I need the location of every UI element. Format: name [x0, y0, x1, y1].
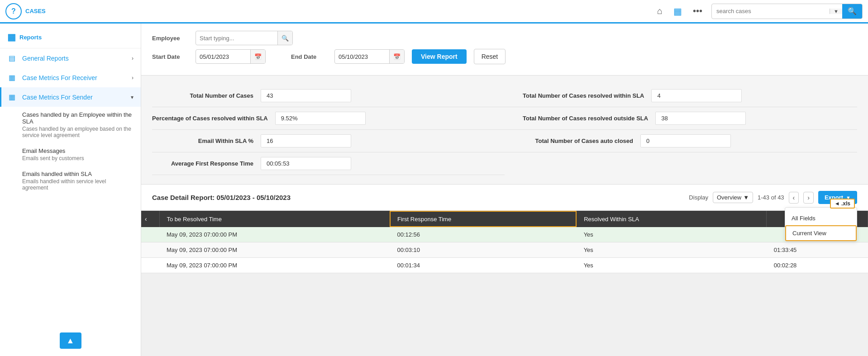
chart-button[interactable]: ▦ [672, 4, 684, 19]
cell-extra-1: 01:33:45 [767, 242, 868, 258]
sub-item-desc-2: Emails handled within service level agre… [22, 178, 134, 191]
cell-extra-2: 00:02:28 [767, 258, 868, 273]
employee-input[interactable] [196, 35, 277, 42]
metric-value-auto-closed: 0 [640, 134, 731, 147]
metric-value-resolved-within: 4 [651, 89, 742, 102]
report-header: Case Detail Report: 05/01/2023 - 05/10/2… [141, 185, 868, 211]
metric-label-total-cases: Total Number of Cases [152, 92, 261, 99]
search-dropdown-button[interactable]: ▼ [830, 9, 842, 14]
next-page-button[interactable]: › [803, 192, 814, 204]
table-row: May 09, 2023 07:00:00 PM 00:03:10 Yes 01… [141, 242, 868, 258]
start-date-input[interactable] [196, 53, 250, 60]
metric-row-total-cases: Total Number of Cases 43 [152, 85, 505, 107]
case-metrics-receiver-arrow: › [132, 75, 134, 81]
report-section: Case Detail Report: 05/01/2023 - 05/10/2… [141, 185, 868, 273]
sub-item-email-messages[interactable]: Email Messages Emails sent by customers [0, 143, 141, 166]
more-button[interactable]: ••• [691, 4, 704, 18]
end-date-input-group: 📅 [334, 49, 405, 64]
sidebar-item-label-general: General Reports [22, 55, 127, 62]
metric-row-email-within-sla: Email Within SLA % 16 [152, 130, 505, 152]
col-header-first-response: First Response Time [390, 211, 576, 227]
prev-page-button[interactable]: ‹ [789, 192, 799, 204]
sub-item-title-1: Email Messages [22, 147, 134, 154]
sub-item-title-2: Emails handled within SLA [22, 171, 134, 177]
metric-value-resolved-outside: 38 [655, 112, 746, 125]
end-date-calendar-icon[interactable]: 📅 [389, 50, 404, 63]
cell-first-response-2: 00:01:34 [390, 258, 576, 273]
case-metrics-sender-arrow: ▾ [131, 94, 134, 100]
sidebar-item-label-receiver: Case Metrics For Receiver [22, 74, 127, 81]
metric-row-avg-first-response: Average First Response Time 00:05:53 [152, 152, 505, 175]
metric-value-avg-response: 00:05:53 [261, 157, 351, 170]
sidebar-header-label: Reports [19, 34, 42, 41]
search-button[interactable]: 🔍 [842, 4, 862, 19]
cell-resolved-time-1: May 09, 2023 07:00:00 PM [159, 242, 390, 258]
reset-button[interactable]: Reset [474, 49, 506, 64]
metric-label-percentage: Percentage of Cases resolved within SLA [152, 115, 275, 122]
scroll-up-button[interactable]: ▲ [60, 332, 81, 349]
sidebar: ▦ Reports ▤ General Reports › ▦ Case Met… [0, 24, 141, 356]
col-header-resolved-time: To be Resolved Time [159, 211, 390, 227]
view-report-button[interactable]: View Report [412, 49, 467, 64]
cell-within-sla-0: Yes [577, 227, 767, 242]
sidebar-header-icon: ▦ [7, 32, 16, 43]
case-metrics-sender-icon: ▦ [9, 93, 18, 101]
end-date-input[interactable] [335, 53, 389, 60]
app-title: CASES [25, 8, 46, 14]
metric-row-percentage-sla: Percentage of Cases resolved within SLA … [152, 107, 505, 130]
col-header-within-sla: Resolved Within SLA [577, 211, 767, 227]
employee-search-icon[interactable]: 🔍 [277, 31, 292, 45]
metric-value-percentage: 9.52% [275, 112, 366, 125]
metrics-grid: Total Number of Cases 43 Total Number of… [141, 76, 868, 185]
display-value: Overview [717, 194, 741, 201]
page-info: 1-43 of 43 [758, 194, 784, 201]
metric-row-resolved-outside-sla: Total Number of Cases resolved outside S… [505, 107, 857, 130]
display-select[interactable]: Overview ▼ [713, 192, 753, 203]
col-label-first-response: First Response Time [397, 216, 451, 223]
start-date-calendar-icon[interactable]: 📅 [250, 50, 265, 63]
case-metrics-receiver-icon: ▦ [9, 73, 18, 82]
export-dropdown: ◄ .xls All Fields Current View [785, 207, 857, 242]
app-logo: ? CASES [5, 3, 46, 19]
metric-label-email-sla: Email Within SLA % [152, 138, 261, 144]
metric-row-resolved-within-sla: Total Number of Cases resolved within SL… [505, 85, 857, 107]
export-option-current-view[interactable]: Current View [785, 225, 857, 241]
table-header-row: ‹ To be Resolved Time First Response Tim… [141, 211, 868, 227]
sidebar-item-label-sender: Case Metrics For Sender [22, 94, 126, 101]
col-label-resolved-time: To be Resolved Time [167, 216, 222, 223]
home-button[interactable]: ⌂ [655, 4, 664, 18]
logo-icon: ? [5, 3, 22, 19]
sub-item-title-0: Cases handled by an Employee within the … [22, 111, 134, 125]
export-xls-tag: ◄ .xls [830, 199, 855, 209]
sidebar-item-general-reports[interactable]: ▤ General Reports › [0, 48, 141, 68]
sidebar-header: ▦ Reports [0, 24, 141, 48]
display-label: Display [689, 194, 708, 201]
date-row: Start Date 📅 End Date 📅 View Report Rese… [152, 49, 857, 64]
prev-col-header: ‹ [141, 211, 159, 227]
sub-item-desc-1: Emails sent by customers [22, 155, 134, 161]
sub-item-desc-0: Cases handled by an employee based on th… [22, 126, 134, 138]
employee-label: Employee [152, 35, 188, 42]
export-option-all-fields[interactable]: All Fields [785, 211, 857, 225]
start-date-input-group: 📅 [196, 49, 266, 64]
metric-value-total-cases: 43 [261, 89, 351, 102]
general-reports-icon: ▤ [9, 54, 18, 62]
prev-col-button[interactable]: ‹ [141, 211, 151, 227]
cell-resolved-time-0: May 09, 2023 07:00:00 PM [159, 227, 390, 242]
main-content: Employee 🔍 Start Date 📅 End Date 📅 View … [141, 24, 868, 356]
cell-within-sla-1: Yes [577, 242, 767, 258]
sub-item-cases-employee-sla[interactable]: Cases handled by an Employee within the … [0, 107, 141, 143]
sub-item-emails-sla[interactable]: Emails handled within SLA Emails handled… [0, 166, 141, 195]
col-label-within-sla: Resolved Within SLA [584, 216, 639, 223]
cell-within-sla-2: Yes [577, 258, 767, 273]
end-date-label: End Date [291, 53, 327, 60]
report-table: ‹ To be Resolved Time First Response Tim… [141, 211, 868, 273]
metric-label-avg-response: Average First Response Time [152, 160, 261, 167]
table-row: May 09, 2023 07:00:00 PM 00:01:34 Yes 00… [141, 258, 868, 273]
top-navigation: ? CASES ⌂ ▦ ••• ▼ 🔍 [0, 0, 868, 24]
sidebar-item-case-metrics-receiver[interactable]: ▦ Case Metrics For Receiver › [0, 68, 141, 87]
search-input[interactable] [712, 8, 830, 14]
report-title: Case Detail Report: 05/01/2023 - 05/10/2… [152, 194, 684, 201]
sidebar-item-case-metrics-sender[interactable]: ▦ Case Metrics For Sender ▾ [0, 87, 141, 107]
metric-label-auto-closed: Total Number of Cases auto closed [505, 138, 640, 144]
